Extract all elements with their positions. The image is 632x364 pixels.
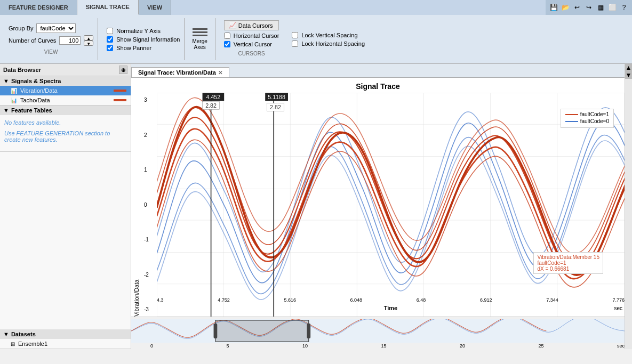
tooltip-line1: Vibration/Data:Member 15 — [537, 254, 599, 260]
view-section-label: VIEW — [9, 49, 93, 55]
normalize-checkbox[interactable] — [107, 28, 113, 34]
feature-tables-label: Feature Tables — [11, 107, 52, 114]
normalize-label: Normalize Y Axis — [116, 28, 161, 34]
y-tick-n3: -3 — [144, 306, 155, 312]
layout-icon[interactable]: ▦ — [595, 2, 606, 13]
group-by-section: Group By faultCode Number of Curves 100 … — [4, 18, 98, 60]
panner-tick-20: 20 — [460, 343, 465, 349]
y-tick-0: 0 — [144, 202, 155, 208]
legend-label-2: faultCode=0 — [580, 118, 609, 124]
svg-text:2.82: 2.82 — [270, 104, 281, 110]
undo-icon[interactable]: ↩ — [571, 2, 583, 13]
window-icon[interactable]: ⬜ — [606, 2, 618, 13]
show-signal-row: Show Signal Information — [107, 36, 180, 43]
x-tick-4: 6.48 — [417, 297, 426, 303]
lock-horizontal-checkbox[interactable] — [292, 41, 298, 47]
lock-horizontal-label: Lock Horizontal Spacing — [301, 41, 365, 47]
signals-section-header[interactable]: ▼ Signals & Spectra — [0, 76, 131, 86]
scroll-down-btn[interactable]: ▼ — [625, 71, 632, 79]
num-curves-input[interactable]: 100 — [59, 36, 81, 45]
svg-rect-28 — [214, 323, 218, 338]
vibration-color-bar — [114, 90, 126, 92]
tab-view[interactable]: VIEW — [139, 0, 171, 15]
dataset-icon: ⊞ — [11, 341, 15, 347]
signal-trace-tab[interactable]: Signal Trace: Vibration/Data ✕ — [131, 67, 229, 77]
legend-color-1 — [565, 114, 578, 115]
lock-vertical-checkbox[interactable] — [292, 32, 298, 38]
y-ticks: 3 2 1 0 -1 -2 -3 — [142, 93, 157, 317]
horizontal-cursor-label: Horizontal Cursor — [234, 33, 279, 39]
main-chart-svg: 4.452 5.1188 2.82 2.82 — [157, 93, 625, 317]
data-cursors-label: Data Cursors — [238, 22, 273, 29]
tacho-color-bar — [114, 99, 126, 101]
svg-rect-26 — [131, 319, 625, 343]
tab-feature-designer[interactable]: FEATURE DESIGNER — [0, 0, 77, 15]
sidebar-spacer — [0, 152, 131, 329]
legend-item-1: faultCode=1 — [565, 111, 609, 117]
checkboxes-section: Normalize Y Axis Show Signal Information… — [102, 18, 185, 60]
panner-tick-25: 25 — [538, 343, 543, 349]
scroll-up-btn[interactable]: ▲ — [625, 64, 632, 71]
show-panner-checkbox[interactable] — [107, 45, 113, 51]
panner-area[interactable]: 0 5 10 15 20 25 sec — [131, 317, 625, 349]
chart-container[interactable]: Signal Trace Vibration/Data 3 2 1 0 -1 -… — [131, 78, 625, 349]
panner-tick-0: 0 — [150, 343, 153, 349]
show-panner-row: Show Panner — [107, 45, 180, 51]
svg-rect-29 — [307, 323, 310, 338]
toolbar-tabs: FEATURE DESIGNER SIGNAL TRACE VIEW 💾 📂 ↩… — [0, 0, 632, 15]
signal-trace-tab-label: Signal Trace: Vibration/Data — [138, 69, 216, 76]
help-icon[interactable]: ? — [618, 2, 630, 13]
svg-rect-27 — [215, 320, 309, 342]
save-icon[interactable]: 💾 — [548, 2, 559, 13]
legend-label-1: faultCode=1 — [580, 111, 609, 117]
merge-axes-btn[interactable]: MergeAxes — [192, 28, 207, 50]
data-cursors-btn[interactable]: 📈 Data Cursors — [224, 20, 279, 30]
tacho-data-icon: 📊 — [11, 98, 17, 103]
tacho-data-item[interactable]: 📊 Tacho/Data — [0, 95, 131, 105]
vibration-data-item[interactable]: 📊 Vibration/Data — [0, 86, 131, 95]
data-browser-header: Data Browser ⊕ — [0, 64, 131, 76]
horizontal-cursor-row: Horizontal Cursor — [224, 33, 279, 39]
tooltip-line2: faultCode=1 — [537, 260, 599, 266]
show-signal-checkbox[interactable] — [107, 36, 113, 43]
vertical-cursor-row: Vertical Cursor — [224, 41, 279, 47]
main-layout: Data Browser ⊕ ▼ Signals & Spectra 📊 Vib… — [0, 64, 632, 349]
num-down-btn[interactable]: ▼ — [84, 41, 93, 46]
datasets-triangle-icon: ▼ — [3, 331, 9, 337]
y-tick-3: 3 — [144, 97, 155, 103]
vertical-cursor-checkbox[interactable] — [224, 41, 230, 47]
feature-msg: No features available. Use FEATURE GENER… — [0, 115, 131, 151]
panner-tick-15: 15 — [381, 343, 386, 349]
signals-section-label: Signals & Spectra — [11, 78, 61, 84]
num-up-btn[interactable]: ▲ — [84, 35, 93, 41]
panner-tick-5: 5 — [226, 343, 229, 349]
browser-expand-btn[interactable]: ⊕ — [119, 66, 127, 74]
show-signal-label: Show Signal Information — [116, 36, 180, 43]
ensemble1-label: Ensemble1 — [18, 341, 47, 347]
lock-vertical-label: Lock Vertical Spacing — [301, 32, 357, 38]
close-tab-btn[interactable]: ✕ — [218, 70, 222, 76]
feature-generation-msg: Use FEATURE GENERATION section to create… — [4, 130, 126, 143]
chart-title: Signal Trace — [131, 78, 625, 93]
redo-icon[interactable]: ↪ — [583, 2, 595, 13]
right-scrollbar[interactable]: ▲ ▼ — [625, 64, 632, 349]
feature-tables-header[interactable]: ▼ Feature Tables — [0, 106, 131, 115]
svg-chart-area: 4.452 5.1188 2.82 2.82 4.3 4.752 5.616 — [157, 93, 625, 317]
y-axis-label: Vibration/Data — [131, 93, 142, 317]
datasets-section: ▼ Datasets ⊞ Ensemble1 — [0, 329, 131, 349]
datasets-header[interactable]: ▼ Datasets — [0, 329, 131, 339]
horizontal-cursor-checkbox[interactable] — [224, 33, 230, 39]
svg-text:4.452: 4.452 — [206, 94, 221, 100]
open-icon[interactable]: 📂 — [559, 2, 571, 13]
normalize-row: Normalize Y Axis — [107, 28, 180, 34]
group-by-select[interactable]: faultCode — [36, 23, 76, 33]
legend-item-2: faultCode=0 — [565, 118, 609, 124]
x-axis-unit: sec — [614, 305, 622, 311]
panner-svg — [131, 319, 625, 343]
chart-main: Vibration/Data 3 2 1 0 -1 -2 -3 — [131, 93, 625, 317]
cursors-section: 📈 Data Cursors Horizontal Cursor Vertica… — [220, 18, 284, 60]
cursors-section-label: CURSORS — [224, 51, 279, 56]
tab-signal-trace[interactable]: SIGNAL TRACE — [77, 0, 139, 15]
legend-color-2 — [565, 121, 578, 122]
ensemble1-item[interactable]: ⊞ Ensemble1 — [0, 339, 131, 349]
